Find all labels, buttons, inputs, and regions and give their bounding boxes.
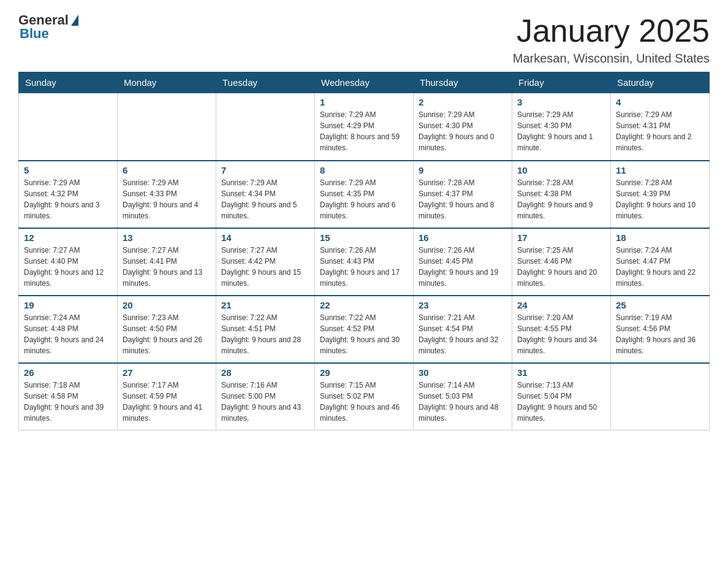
day-info: Sunrise: 7:29 AMSunset: 4:33 PMDaylight:…: [123, 177, 211, 221]
calendar-day-cell: 20Sunrise: 7:23 AMSunset: 4:50 PMDayligh…: [118, 296, 216, 363]
calendar-day-cell: 30Sunrise: 7:14 AMSunset: 5:03 PMDayligh…: [414, 363, 512, 431]
title-section: January 2025 Markesan, Wisconsin, United…: [513, 12, 710, 66]
day-info: Sunrise: 7:28 AMSunset: 4:37 PMDaylight:…: [419, 177, 507, 221]
day-info: Sunrise: 7:23 AMSunset: 4:50 PMDaylight:…: [123, 312, 211, 356]
day-number: 19: [24, 300, 112, 310]
day-number: 15: [320, 232, 408, 243]
calendar-day-cell: 7Sunrise: 7:29 AMSunset: 4:34 PMDaylight…: [216, 161, 315, 228]
day-number: 22: [320, 300, 408, 310]
logo-blue-text: Blue: [20, 26, 49, 42]
calendar-day-cell: 15Sunrise: 7:26 AMSunset: 4:43 PMDayligh…: [315, 228, 414, 296]
day-info: Sunrise: 7:29 AMSunset: 4:31 PMDaylight:…: [616, 109, 704, 153]
calendar-day-cell: 16Sunrise: 7:26 AMSunset: 4:45 PMDayligh…: [414, 228, 512, 296]
day-info: Sunrise: 7:27 AMSunset: 4:42 PMDaylight:…: [221, 245, 309, 289]
calendar-day-cell: 24Sunrise: 7:20 AMSunset: 4:55 PMDayligh…: [512, 296, 611, 363]
day-info: Sunrise: 7:29 AMSunset: 4:29 PMDaylight:…: [320, 109, 408, 153]
calendar-day-cell: 27Sunrise: 7:17 AMSunset: 4:59 PMDayligh…: [118, 363, 216, 431]
calendar-day-cell: 12Sunrise: 7:27 AMSunset: 4:40 PMDayligh…: [19, 228, 118, 296]
day-number: 11: [616, 165, 704, 175]
calendar-day-cell: 26Sunrise: 7:18 AMSunset: 4:58 PMDayligh…: [19, 363, 118, 431]
calendar-day-cell: 9Sunrise: 7:28 AMSunset: 4:37 PMDaylight…: [414, 161, 512, 228]
day-number: 10: [517, 165, 605, 175]
day-info: Sunrise: 7:29 AMSunset: 4:35 PMDaylight:…: [320, 177, 408, 221]
day-number: 29: [320, 367, 408, 378]
calendar-day-cell: 2Sunrise: 7:29 AMSunset: 4:30 PMDaylight…: [414, 93, 512, 161]
day-info: Sunrise: 7:22 AMSunset: 4:51 PMDaylight:…: [221, 312, 309, 356]
day-info: Sunrise: 7:27 AMSunset: 4:40 PMDaylight:…: [24, 245, 112, 289]
calendar-day-cell: 22Sunrise: 7:22 AMSunset: 4:52 PMDayligh…: [315, 296, 414, 363]
day-info: Sunrise: 7:15 AMSunset: 5:02 PMDaylight:…: [320, 380, 408, 424]
day-info: Sunrise: 7:29 AMSunset: 4:30 PMDaylight:…: [517, 109, 605, 153]
day-number: 3: [517, 97, 605, 107]
day-info: Sunrise: 7:22 AMSunset: 4:52 PMDaylight:…: [320, 312, 408, 356]
calendar-day-cell: [611, 363, 710, 431]
day-info: Sunrise: 7:27 AMSunset: 4:41 PMDaylight:…: [123, 245, 211, 289]
day-info: Sunrise: 7:26 AMSunset: 4:45 PMDaylight:…: [419, 245, 507, 289]
calendar-week-row: 12Sunrise: 7:27 AMSunset: 4:40 PMDayligh…: [19, 228, 710, 296]
calendar-header-tuesday: Tuesday: [216, 72, 315, 93]
day-number: 4: [616, 97, 704, 107]
calendar-header-saturday: Saturday: [611, 72, 710, 93]
day-info: Sunrise: 7:26 AMSunset: 4:43 PMDaylight:…: [320, 245, 408, 289]
calendar-header-friday: Friday: [512, 72, 611, 93]
logo: General Blue: [18, 12, 78, 42]
calendar-day-cell: [118, 93, 216, 161]
day-number: 27: [123, 367, 211, 378]
day-number: 24: [517, 300, 605, 310]
day-number: 26: [24, 367, 112, 378]
day-number: 1: [320, 97, 408, 107]
calendar-week-row: 19Sunrise: 7:24 AMSunset: 4:48 PMDayligh…: [19, 296, 710, 363]
day-info: Sunrise: 7:21 AMSunset: 4:54 PMDaylight:…: [419, 312, 507, 356]
day-number: 18: [616, 232, 704, 243]
day-number: 30: [419, 367, 507, 378]
day-info: Sunrise: 7:13 AMSunset: 5:04 PMDaylight:…: [517, 380, 605, 424]
day-number: 25: [616, 300, 704, 310]
day-info: Sunrise: 7:28 AMSunset: 4:39 PMDaylight:…: [616, 177, 704, 221]
calendar-day-cell: 10Sunrise: 7:28 AMSunset: 4:38 PMDayligh…: [512, 161, 611, 228]
day-number: 2: [419, 97, 507, 107]
calendar-header-thursday: Thursday: [414, 72, 512, 93]
day-info: Sunrise: 7:25 AMSunset: 4:46 PMDaylight:…: [517, 245, 605, 289]
day-number: 9: [419, 165, 507, 175]
calendar-day-cell: 28Sunrise: 7:16 AMSunset: 5:00 PMDayligh…: [216, 363, 315, 431]
location-title: Markesan, Wisconsin, United States: [513, 52, 710, 66]
calendar-day-cell: 14Sunrise: 7:27 AMSunset: 4:42 PMDayligh…: [216, 228, 315, 296]
day-number: 31: [517, 367, 605, 378]
day-number: 5: [24, 165, 112, 175]
calendar-day-cell: 11Sunrise: 7:28 AMSunset: 4:39 PMDayligh…: [611, 161, 710, 228]
day-number: 6: [123, 165, 211, 175]
calendar-day-cell: 6Sunrise: 7:29 AMSunset: 4:33 PMDaylight…: [118, 161, 216, 228]
day-info: Sunrise: 7:28 AMSunset: 4:38 PMDaylight:…: [517, 177, 605, 221]
day-info: Sunrise: 7:17 AMSunset: 4:59 PMDaylight:…: [123, 380, 211, 424]
calendar-day-cell: 21Sunrise: 7:22 AMSunset: 4:51 PMDayligh…: [216, 296, 315, 363]
day-info: Sunrise: 7:29 AMSunset: 4:34 PMDaylight:…: [221, 177, 309, 221]
calendar-day-cell: 25Sunrise: 7:19 AMSunset: 4:56 PMDayligh…: [611, 296, 710, 363]
month-title: January 2025: [513, 12, 710, 49]
calendar-day-cell: [216, 93, 315, 161]
day-number: 20: [123, 300, 211, 310]
day-number: 23: [419, 300, 507, 310]
calendar-week-row: 26Sunrise: 7:18 AMSunset: 4:58 PMDayligh…: [19, 363, 710, 431]
calendar-day-cell: 31Sunrise: 7:13 AMSunset: 5:04 PMDayligh…: [512, 363, 611, 431]
calendar-week-row: 5Sunrise: 7:29 AMSunset: 4:32 PMDaylight…: [19, 161, 710, 228]
calendar-day-cell: 18Sunrise: 7:24 AMSunset: 4:47 PMDayligh…: [611, 228, 710, 296]
calendar-day-cell: 17Sunrise: 7:25 AMSunset: 4:46 PMDayligh…: [512, 228, 611, 296]
calendar-day-cell: [19, 93, 118, 161]
calendar-day-cell: 23Sunrise: 7:21 AMSunset: 4:54 PMDayligh…: [414, 296, 512, 363]
day-info: Sunrise: 7:29 AMSunset: 4:30 PMDaylight:…: [419, 109, 507, 153]
day-info: Sunrise: 7:24 AMSunset: 4:47 PMDaylight:…: [616, 245, 704, 289]
day-info: Sunrise: 7:18 AMSunset: 4:58 PMDaylight:…: [24, 380, 112, 424]
day-info: Sunrise: 7:20 AMSunset: 4:55 PMDaylight:…: [517, 312, 605, 356]
day-number: 13: [123, 232, 211, 243]
day-info: Sunrise: 7:19 AMSunset: 4:56 PMDaylight:…: [616, 312, 704, 356]
calendar-day-cell: 13Sunrise: 7:27 AMSunset: 4:41 PMDayligh…: [118, 228, 216, 296]
day-number: 28: [221, 367, 309, 378]
calendar-day-cell: 19Sunrise: 7:24 AMSunset: 4:48 PMDayligh…: [19, 296, 118, 363]
day-number: 17: [517, 232, 605, 243]
calendar-header-wednesday: Wednesday: [315, 72, 414, 93]
calendar-day-cell: 5Sunrise: 7:29 AMSunset: 4:32 PMDaylight…: [19, 161, 118, 228]
day-number: 16: [419, 232, 507, 243]
calendar-table: SundayMondayTuesdayWednesdayThursdayFrid…: [18, 72, 710, 431]
day-number: 8: [320, 165, 408, 175]
page-header: General Blue January 2025 Markesan, Wisc…: [18, 12, 710, 66]
